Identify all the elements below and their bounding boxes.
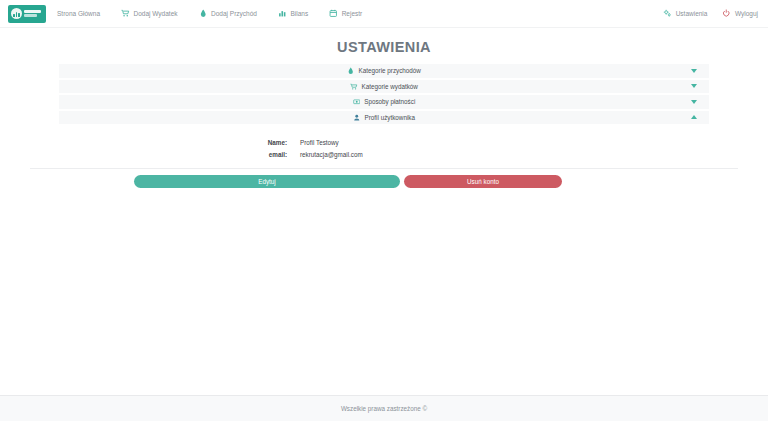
nav-item-label: Dodaj Przychód	[211, 10, 257, 17]
nav-item-wyloguj[interactable]: Wyloguj	[722, 9, 758, 18]
drop-icon	[347, 67, 355, 75]
accordion-row-label: Profil użytkownika	[365, 114, 415, 121]
nav-item-bilans[interactable]: Bilans	[278, 9, 308, 18]
nav-item-rejestr[interactable]: Rejestr	[329, 9, 362, 18]
nav-item-label: Strona Główna	[57, 10, 100, 17]
user-icon	[353, 114, 361, 122]
top-navbar: Strona Główna Dodaj Wydatek Dodaj Przych…	[0, 0, 768, 28]
accordion-row-kategorie-przychodow[interactable]: Kategorie przychodów	[59, 64, 709, 78]
profile-panel: Name: Profil Testowy email: rekrutacja@g…	[0, 139, 768, 188]
accordion-row-sposoby-platnosci[interactable]: Sposoby płatności	[59, 95, 709, 109]
nav-menu: Strona Główna Dodaj Wydatek Dodaj Przych…	[57, 9, 362, 18]
nav-item-label: Rejestr	[342, 10, 363, 17]
chevron-down-icon[interactable]	[691, 100, 697, 104]
nav-right-menu: Ustawienia Wyloguj	[663, 9, 758, 18]
nav-item-strona-glowna[interactable]: Strona Główna	[57, 10, 100, 17]
footer: Wszelkie prawa zastrzeżone ©	[0, 395, 768, 421]
cart-icon	[350, 83, 358, 91]
main-content: USTAWIENIA Kategorie przychodów Kategori…	[0, 0, 768, 188]
chevron-down-icon[interactable]	[691, 84, 697, 88]
chevron-up-icon[interactable]	[691, 115, 697, 119]
name-value: Profil Testowy	[300, 139, 339, 147]
name-label: Name:	[0, 139, 287, 147]
budget-app-logo[interactable]	[8, 5, 46, 23]
accordion-row-kategorie-wydatkow[interactable]: Kategorie wydatków	[59, 80, 709, 94]
profile-actions: Edytuj Usuń konto	[0, 175, 768, 188]
copyright-text: Wszelkie prawa zastrzeżone ©	[341, 405, 427, 412]
chevron-down-icon[interactable]	[691, 69, 697, 73]
nav-item-label: Wyloguj	[735, 10, 758, 17]
drop-icon	[199, 9, 208, 18]
nav-item-dodaj-wydatek[interactable]: Dodaj Wydatek	[121, 9, 178, 18]
accordion-row-label: Kategorie wydatków	[362, 83, 418, 90]
email-label: email:	[0, 151, 287, 159]
accordion-row-label: Sposoby płatności	[364, 98, 415, 105]
accordion-row-label: Kategorie przychodów	[359, 67, 421, 74]
cart-icon	[121, 9, 130, 18]
settings-accordion: Kategorie przychodów Kategorie wydatków …	[59, 64, 709, 124]
edit-button[interactable]: Edytuj	[134, 175, 400, 188]
nav-item-dodaj-przychod[interactable]: Dodaj Przychód	[199, 9, 257, 18]
bar-chart-icon	[278, 9, 287, 18]
delete-account-button[interactable]: Usuń konto	[404, 175, 562, 188]
profile-divider	[30, 168, 738, 169]
nav-item-label: Ustawienia	[676, 10, 708, 17]
email-value: rekrutacja@gmail.com	[300, 151, 363, 159]
profile-field-name: Name: Profil Testowy	[0, 139, 768, 147]
nav-item-label: Dodaj Wydatek	[134, 10, 178, 17]
profile-field-email: email: rekrutacja@gmail.com	[0, 151, 768, 159]
nav-item-ustawienia[interactable]: Ustawienia	[663, 9, 707, 18]
logo-text	[24, 10, 41, 17]
nav-item-label: Bilans	[290, 10, 308, 17]
page-title: USTAWIENIA	[0, 39, 768, 55]
gears-icon	[663, 9, 672, 18]
calendar-icon	[329, 9, 338, 18]
logo-chart-icon	[11, 8, 22, 19]
power-icon	[722, 9, 731, 18]
banknote-icon	[353, 98, 361, 106]
accordion-row-profil-uzytkownika[interactable]: Profil użytkownika	[59, 111, 709, 125]
